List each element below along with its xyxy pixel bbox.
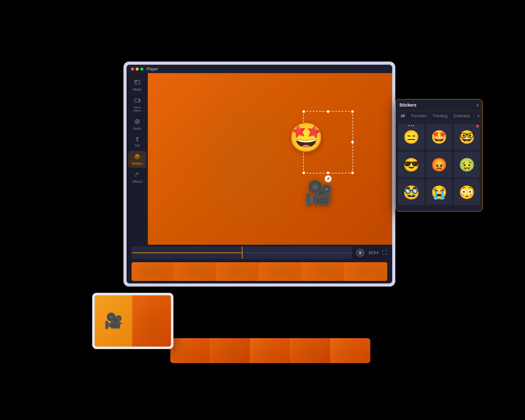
handle-bm[interactable]: [327, 172, 329, 174]
mobile-timeline-strip: [170, 338, 370, 363]
sticker-3-emoji: 🤓: [459, 129, 475, 145]
panel-header: Stickers «: [396, 99, 482, 111]
thumbnail-strip[interactable]: [132, 262, 387, 281]
mobile-thumb-2: [210, 338, 250, 363]
mobile-sticker: 🎥: [95, 295, 132, 347]
sticker-cell-6[interactable]: 🤢: [453, 152, 480, 178]
sidebar-text-label: Text: [134, 144, 140, 147]
timeline-scrubber[interactable]: [132, 247, 352, 259]
sticker-cell-7[interactable]: 🥸: [398, 179, 425, 205]
svg-rect-0: [135, 80, 140, 84]
main-device: Player Media: [123, 62, 395, 287]
sticker-cell-1[interactable]: 😑: [398, 124, 425, 150]
aspect-ratio-chevron: ▾: [377, 251, 378, 255]
sticker-8-emoji: 😭: [431, 185, 447, 200]
audio-icon: [134, 118, 140, 126]
stock-icon: [134, 98, 140, 105]
thumb-frame-5: [302, 262, 344, 281]
sticker-cell-8[interactable]: 😭: [426, 179, 452, 205]
fullscreen-button[interactable]: ⛶: [382, 250, 387, 256]
svg-rect-1: [135, 81, 137, 82]
text-sidebar-icon: T: [136, 137, 139, 143]
close-dot[interactable]: [131, 68, 134, 71]
sticker-6-emoji: 🤢: [459, 157, 475, 172]
mobile-thumb-3: [250, 338, 290, 363]
stickers-sidebar-icon: [134, 153, 140, 161]
sidebar-item-audio[interactable]: Audio: [128, 116, 146, 133]
aspect-ratio-selector[interactable]: 16:9 ▾: [368, 251, 378, 255]
tab-trending[interactable]: Trending: [431, 113, 449, 119]
camera-sticker-on-video[interactable]: 🎥: [304, 179, 333, 207]
playback-controls: ⏸ 16:9 ▾ ⛶: [127, 245, 392, 261]
playhead[interactable]: [242, 247, 242, 259]
sticker-9-emoji: 😳: [459, 185, 475, 200]
play-pause-button[interactable]: ⏸: [356, 248, 365, 257]
player-area: ↺ 🤩 🎥: [148, 73, 392, 245]
video-content: [148, 73, 392, 245]
sticker-cell-4[interactable]: 😎: [398, 152, 425, 178]
sticker-cell-2[interactable]: 🤩: [426, 124, 452, 150]
handle-bl[interactable]: [302, 172, 305, 174]
minimize-dot[interactable]: [136, 68, 139, 71]
stickers-panel: Stickers « All Favorites Trending Emphas…: [395, 99, 483, 212]
timeline-strip: [127, 261, 392, 283]
aspect-ratio-value: 16:9: [368, 251, 376, 255]
handle-mr[interactable]: [351, 141, 354, 143]
mobile-sticker-emoji: 🎥: [104, 312, 123, 330]
panel-collapse-button[interactable]: «: [476, 102, 479, 108]
sidebar-audio-label: Audio: [133, 127, 141, 130]
effects-icon: [134, 172, 140, 179]
thumb-frame-4: [259, 262, 302, 281]
sidebar-item-media[interactable]: Media: [128, 77, 146, 94]
sidebar-stickers-label: Stickers: [132, 162, 143, 165]
sidebar-item-effects[interactable]: Effects: [128, 169, 146, 186]
panel-title: Stickers: [399, 102, 416, 108]
maximize-dot[interactable]: [140, 68, 143, 71]
mobile-thumb-4: [291, 338, 331, 363]
window-controls: [131, 68, 143, 71]
thumb-frame-3: [217, 262, 259, 281]
handle-tr[interactable]: [351, 110, 354, 113]
thumb-frame-2: [174, 262, 217, 281]
sticker-1-emoji: 😑: [403, 129, 419, 145]
mobile-thumb-1: [170, 338, 210, 363]
sidebar: Media Stockvideos: [127, 73, 148, 245]
sticker-7-emoji: 🥸: [403, 185, 419, 200]
sticker-4-emoji: 😎: [403, 157, 419, 172]
app-body: Media Stockvideos: [127, 73, 392, 245]
sticker-emoji-on-video[interactable]: 🤩: [289, 121, 324, 154]
sidebar-effects-label: Effects: [132, 180, 142, 183]
sticker-cell-9[interactable]: 😳: [453, 179, 480, 205]
svg-point-3: [135, 119, 139, 124]
panel-tabs: All Favorites Trending Emphasis ▾: [396, 111, 482, 121]
title-bar: Player: [127, 65, 392, 73]
sticker-cell-3[interactable]: 🤓: [453, 124, 480, 150]
sticker-2-emoji: 🤩: [431, 129, 447, 145]
sidebar-item-text[interactable]: T Text: [128, 134, 146, 150]
tab-emphasis[interactable]: Emphasis: [452, 113, 472, 119]
stickers-grid: 😑 🤩 🤓 😎 😡 🤢 🥸 😭: [396, 121, 482, 205]
thumb-frame-1: [132, 262, 174, 281]
sticker-cell-5[interactable]: 😡: [426, 152, 452, 178]
scene: Player Media: [98, 62, 427, 358]
tab-all[interactable]: All: [399, 113, 407, 119]
handle-tl[interactable]: [302, 110, 305, 113]
thumb-frame-6: [345, 262, 387, 281]
sidebar-item-stickers[interactable]: Stickers: [128, 151, 146, 168]
svg-point-4: [137, 121, 138, 122]
mobile-thumb-5: [331, 338, 370, 363]
handle-br[interactable]: [351, 172, 354, 174]
tab-favorites[interactable]: Favorites: [409, 113, 428, 119]
media-icon: [134, 79, 140, 87]
handle-tm[interactable]: [327, 110, 329, 113]
mobile-device: 🎥: [92, 293, 173, 349]
window-title: Player: [147, 67, 158, 71]
pause-icon: ⏸: [358, 251, 362, 255]
sidebar-media-label: Media: [133, 88, 141, 91]
sidebar-stock-label: Stockvideos: [133, 106, 141, 112]
sidebar-item-stock[interactable]: Stockvideos: [128, 95, 146, 115]
sticker-5-emoji: 😡: [431, 157, 447, 172]
mobile-video: [132, 295, 171, 347]
svg-rect-2: [135, 99, 139, 102]
tabs-dropdown[interactable]: ▾: [478, 114, 479, 118]
